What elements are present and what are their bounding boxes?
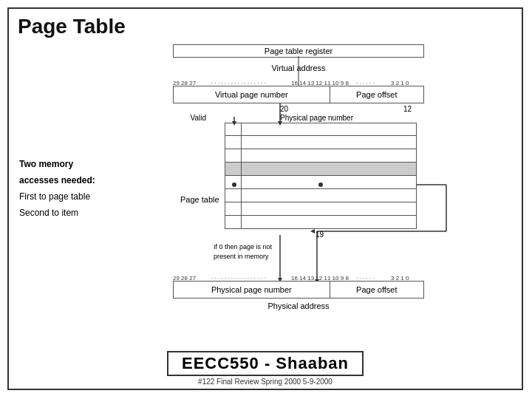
pt-row-3 bbox=[225, 149, 417, 163]
footer: EECC550 - Shaaban #122 Final Review Spri… bbox=[9, 351, 522, 386]
po-bits-label: 12 bbox=[403, 105, 412, 113]
pt-cell-main-2 bbox=[242, 136, 416, 149]
label-19: 19 bbox=[316, 231, 324, 239]
first-to-line: First to page table bbox=[19, 190, 134, 203]
two-memory-line1: Two memory bbox=[19, 157, 134, 171]
vpn-box: Virtual page number bbox=[174, 86, 330, 103]
slide-outer: Page Table Two memory accesses needed: F… bbox=[0, 0, 532, 399]
pt-row-7 bbox=[225, 202, 417, 216]
pt-cell-valid-5 bbox=[225, 176, 242, 188]
pt-cell-valid-7 bbox=[225, 202, 242, 215]
pt-cell-main-3 bbox=[242, 149, 416, 162]
ppn-po-row: Physical page number Page offset bbox=[173, 281, 424, 299]
second-to-line: Second to item bbox=[19, 206, 134, 219]
svg-marker-10 bbox=[310, 229, 315, 233]
pt-cell-valid-8 bbox=[225, 216, 242, 228]
vpn-po-row: Virtual page number Page offset bbox=[173, 86, 424, 103]
ptr-box: Page table register bbox=[173, 44, 424, 58]
main-diagram: Page table register Virtual address 29 2… bbox=[136, 43, 520, 375]
pt-cell-main-8 bbox=[242, 216, 416, 228]
valid-ppn-row: Valid Physical page number bbox=[173, 114, 424, 122]
slide: Page Table Two memory accesses needed: F… bbox=[7, 7, 523, 390]
pt-cell-valid-3 bbox=[225, 149, 242, 162]
valid-label: Valid bbox=[173, 114, 206, 122]
footer-main-label: EECC550 - Shaaban bbox=[167, 351, 364, 376]
po-box-top: Page offset bbox=[330, 86, 423, 103]
pt-cell-valid-2 bbox=[225, 136, 242, 149]
left-text-block: Two memory accesses needed: First to pag… bbox=[19, 157, 134, 222]
footer-sub-label: #122 Final Review Spring 2000 5-9-2000 bbox=[198, 378, 332, 386]
pt-row-1 bbox=[225, 123, 417, 136]
pt-cell-main-1 bbox=[242, 123, 416, 135]
pt-cell-main-5 bbox=[242, 176, 416, 188]
pt-cell-valid-4 bbox=[225, 163, 242, 175]
if-zero-label: If 0 then page is not present in memory bbox=[214, 242, 272, 261]
pt-cell-main-7 bbox=[242, 202, 416, 215]
two-memory-line2: accesses needed: bbox=[19, 174, 134, 187]
pt-cell-valid-1 bbox=[225, 123, 242, 135]
pt-row-5 bbox=[225, 176, 417, 189]
pt-grid bbox=[225, 123, 417, 229]
page-title: Page Table bbox=[18, 15, 513, 38]
ptr-label: Page table register bbox=[265, 47, 332, 55]
ppn-mid-label: Physical page number bbox=[209, 114, 424, 122]
pt-cell-valid-6 bbox=[225, 189, 242, 202]
vpn-bits-label: 20 bbox=[280, 105, 288, 113]
pt-row-4-highlighted bbox=[225, 163, 417, 176]
va-label: Virtual address bbox=[173, 64, 424, 72]
pt-row-6 bbox=[225, 189, 417, 202]
pt-label: Page table bbox=[180, 195, 219, 204]
diagram: Two memory accesses needed: First to pag… bbox=[18, 43, 513, 375]
ppn-box-bottom: Physical page number bbox=[174, 282, 330, 298]
po-box-bottom: Page offset bbox=[330, 282, 423, 298]
pt-row-8 bbox=[225, 216, 417, 229]
pt-cell-main-4 bbox=[242, 163, 416, 175]
pa-label: Physical address bbox=[173, 301, 424, 310]
pt-row-2 bbox=[225, 136, 417, 149]
pt-cell-main-6 bbox=[242, 189, 416, 202]
